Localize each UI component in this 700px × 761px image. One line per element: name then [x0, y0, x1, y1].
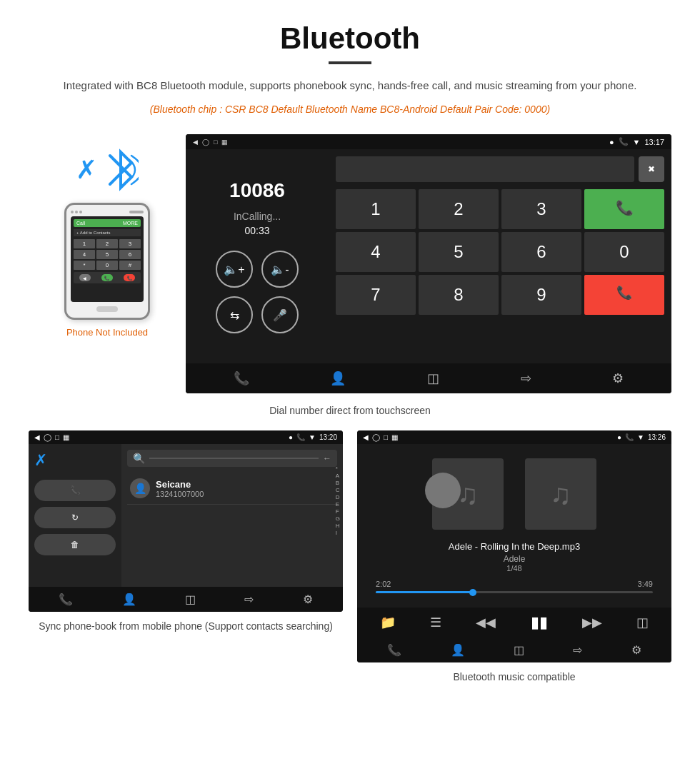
- pb-contact-number: 13241007000: [156, 490, 204, 498]
- main-section: ✗: [29, 134, 671, 393]
- title-underline: [329, 61, 371, 64]
- phone-key-hash: #: [119, 261, 141, 270]
- wifi-signal-icon: ▼: [633, 138, 641, 146]
- nav-contacts-icon[interactable]: 👤: [330, 371, 346, 386]
- phone-home-button: [96, 306, 118, 312]
- bottom-screenshots: ◀ ◯ □ ▦ ● 📞 ▼ 13:20 ✗: [29, 430, 671, 685]
- phone-bottom-bar: ◀ 📞 📞: [74, 272, 141, 283]
- pb-nav-call[interactable]: 📞: [59, 593, 73, 606]
- phone-key-4: 4: [74, 250, 95, 259]
- phone-key-6: 6: [119, 250, 141, 259]
- pb-nav-transfer[interactable]: ⇨: [244, 593, 254, 606]
- numpad-4[interactable]: 4: [336, 232, 416, 272]
- music-screen: ◀ ◯ □ ▦ ● 📞 ▼ 13:26: [357, 430, 671, 662]
- phone-add-contact: + Add to Contacts: [74, 229, 141, 236]
- status-time: 13:17: [644, 138, 664, 146]
- pb-sync-button[interactable]: ↻: [34, 507, 116, 528]
- pb-contact-name: Seicane: [156, 479, 204, 490]
- delete-button[interactable]: ✖: [639, 156, 664, 182]
- pb-phone-button[interactable]: 📞: [34, 480, 116, 501]
- music-time: 13:26: [648, 433, 666, 441]
- numpad-6[interactable]: 6: [501, 232, 581, 272]
- location-icon: ●: [609, 138, 614, 146]
- bluetooth-icon: [103, 148, 139, 191]
- volume-down-button[interactable]: 🔈-: [261, 251, 299, 288]
- nav-transfer-icon[interactable]: ⇨: [521, 371, 531, 386]
- numpad: 1 2 3 📞 4 5 6 0 7 8 9 📞: [336, 189, 664, 315]
- pb-search-bar[interactable]: 🔍 ←: [127, 450, 337, 467]
- numpad-1[interactable]: 1: [336, 189, 416, 229]
- phonebook-screenshot: ◀ ◯ □ ▦ ● 📞 ▼ 13:20 ✗: [29, 430, 343, 685]
- music-nav-settings[interactable]: ⚙: [631, 643, 641, 657]
- numpad-call-button[interactable]: 📞: [584, 189, 664, 229]
- numpad-9[interactable]: 9: [501, 275, 581, 315]
- home-nav-icon: ◯: [202, 138, 209, 146]
- dialer-input-row: ✖: [336, 156, 664, 182]
- music-next-button[interactable]: ▶▶: [582, 615, 602, 630]
- music-track-count: 1/48: [369, 564, 660, 573]
- music-notif-icon: ▦: [391, 433, 398, 441]
- pb-trash-icon: 🗑: [71, 540, 79, 550]
- dialer-controls: 🔈+ 🔈- ⇆ 🎤: [216, 251, 299, 333]
- music-playlist-icon[interactable]: ☰: [430, 615, 441, 630]
- phone-key-1: 1: [74, 239, 95, 248]
- numpad-7[interactable]: 7: [336, 275, 416, 315]
- dialer-call-status: InCalling...: [234, 211, 281, 222]
- switch-icon: ⇆: [230, 308, 239, 322]
- numpad-5[interactable]: 5: [419, 232, 499, 272]
- switch-call-button[interactable]: ⇆: [216, 296, 253, 333]
- page-title: Bluetooth: [29, 21, 671, 56]
- pb-nav-contacts[interactable]: 👤: [122, 593, 136, 606]
- numpad-2[interactable]: 2: [419, 189, 499, 229]
- music-progress-bar[interactable]: [376, 591, 653, 593]
- pb-status-left: ◀ ◯ □ ▦: [34, 433, 69, 441]
- music-folder-icon[interactable]: 📁: [380, 615, 396, 630]
- music-nav-transfer[interactable]: ⇨: [573, 643, 582, 657]
- music-progress-area: 2:02 3:49: [369, 580, 660, 593]
- music-artwork-area: ♫ ♫: [369, 458, 660, 530]
- music-recents-icon: □: [384, 433, 388, 441]
- pb-contact-info: Seicane 13241007000: [156, 479, 204, 498]
- volume-up-button[interactable]: 🔈+: [216, 251, 253, 288]
- pb-contact-avatar: 👤: [130, 478, 150, 498]
- music-play-button[interactable]: ▮▮: [531, 613, 548, 632]
- music-song-title: Adele - Rolling In the Deep.mp3: [369, 541, 660, 552]
- music-nav-contacts[interactable]: 👤: [451, 643, 465, 657]
- music-nav-call[interactable]: 📞: [387, 643, 401, 657]
- phone-screen: Call MORE + Add to Contacts 1 2 3 4 5 6 …: [71, 216, 144, 302]
- numpad-8[interactable]: 8: [419, 275, 499, 315]
- music-artist-name: Adele: [369, 554, 660, 564]
- music-home-icon: ◯: [372, 433, 380, 441]
- music-progress-dot: [469, 589, 476, 596]
- volume-down-icon: 🔈-: [271, 263, 289, 276]
- nav-dialpad-icon[interactable]: ​◫: [427, 371, 439, 386]
- numpad-end-call-button[interactable]: 📞: [584, 275, 664, 315]
- pb-home-icon: ◯: [44, 433, 51, 441]
- pb-location-icon: ●: [289, 433, 293, 441]
- nav-call-icon[interactable]: 📞: [234, 371, 249, 386]
- numpad-3[interactable]: 3: [501, 189, 581, 229]
- music-caption: Bluetooth music compatible: [357, 670, 671, 685]
- pb-delete-button[interactable]: 🗑: [34, 534, 116, 555]
- music-nav-dialpad[interactable]: ◫: [514, 643, 524, 657]
- music-controls: 📁 ☰ ◀◀ ▮▮ ▶▶ ◫: [357, 608, 671, 637]
- pb-nav-dialpad[interactable]: ◫: [185, 593, 196, 606]
- pb-recents-icon: □: [55, 433, 59, 441]
- pb-nav-settings[interactable]: ⚙: [303, 593, 313, 606]
- pb-notif-icon: ▦: [63, 433, 69, 441]
- nav-settings-icon[interactable]: ⚙: [612, 371, 624, 386]
- music-prev-button[interactable]: ◀◀: [476, 615, 496, 630]
- back-nav-icon: ◀: [193, 138, 198, 146]
- phone-dot-2: [75, 211, 78, 213]
- music-eq-icon[interactable]: ◫: [636, 615, 649, 630]
- phone-call-bar: Call MORE: [74, 219, 141, 227]
- mute-button[interactable]: 🎤: [261, 296, 299, 333]
- pb-back-icon: ◀: [34, 433, 40, 441]
- main-screen-caption: Dial number direct from touchscreen: [29, 405, 671, 416]
- pb-alpha-list: * A B C D E F G H I: [336, 465, 340, 536]
- numpad-0[interactable]: 0: [584, 232, 664, 272]
- phone-top-bar: [71, 211, 144, 213]
- music-progress-fill: [376, 591, 473, 593]
- phone-key-star: *: [74, 261, 95, 270]
- music-total-time: 3:49: [638, 580, 653, 588]
